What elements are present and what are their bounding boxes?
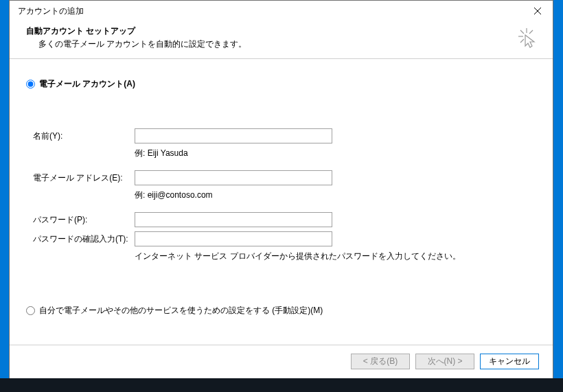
close-icon[interactable] — [531, 4, 544, 18]
radio-email-input[interactable] — [26, 80, 35, 89]
next-button: 次へ(N) > — [415, 354, 474, 369]
email-label: 電子メール アドレス(E): — [33, 172, 135, 184]
svg-line-3 — [529, 30, 533, 34]
email-input[interactable] — [135, 170, 332, 185]
header-section: 自動アカウント セットアップ 多くの電子メール アカウントを自動的に設定できます… — [10, 21, 553, 58]
radio-manual-input[interactable] — [26, 306, 35, 315]
name-row: 名前(Y): — [33, 128, 536, 143]
cancel-button[interactable]: キャンセル — [480, 354, 539, 369]
click-cursor-icon — [517, 27, 539, 49]
dialog-title: アカウントの追加 — [18, 5, 84, 17]
header-subtitle: 多くの電子メール アカウントを自動的に設定できます。 — [26, 38, 536, 50]
radio-email-account[interactable]: 電子メール アカウント(A) — [26, 78, 536, 90]
password-label: パスワード(P): — [33, 214, 135, 226]
password-confirm-label: パスワードの確認入力(T): — [33, 233, 135, 245]
password-confirm-row: パスワードの確認入力(T): — [33, 231, 536, 246]
taskbar — [0, 378, 563, 392]
button-row: < 戻る(B) 次へ(N) > キャンセル — [10, 345, 553, 380]
radio-email-label: 電子メール アカウント(A) — [39, 78, 135, 90]
name-hint: 例: Eiji Yasuda — [135, 148, 536, 159]
form-area: 名前(Y): 例: Eiji Yasuda 電子メール アドレス(E): 例: … — [26, 102, 536, 262]
svg-line-2 — [520, 30, 524, 34]
add-account-dialog: アカウントの追加 自動アカウント セットアップ 多くの電子メール アカウントを自… — [9, 0, 553, 381]
titlebar: アカウントの追加 — [10, 1, 553, 21]
email-hint: 例: eiji@contoso.com — [135, 189, 536, 201]
header-title: 自動アカウント セットアップ — [26, 25, 536, 37]
password-input[interactable] — [135, 212, 332, 227]
name-label: 名前(Y): — [33, 130, 135, 142]
name-input[interactable] — [135, 128, 332, 143]
password-row: パスワード(P): — [33, 212, 536, 227]
password-confirm-input[interactable] — [135, 231, 332, 246]
svg-line-4 — [520, 39, 524, 43]
email-row: 電子メール アドレス(E): — [33, 170, 536, 185]
content-area: 電子メール アカウント(A) 名前(Y): 例: Eiji Yasuda 電子メ… — [10, 59, 553, 345]
radio-manual-setup[interactable]: 自分で電子メールやその他のサービスを使うための設定をする (手動設定)(M) — [26, 305, 536, 316]
password-hint: インターネット サービス プロバイダーから提供されたパスワードを入力してください… — [135, 251, 536, 262]
radio-manual-label: 自分で電子メールやその他のサービスを使うための設定をする (手動設定)(M) — [39, 305, 323, 316]
back-button: < 戻る(B) — [351, 354, 410, 369]
